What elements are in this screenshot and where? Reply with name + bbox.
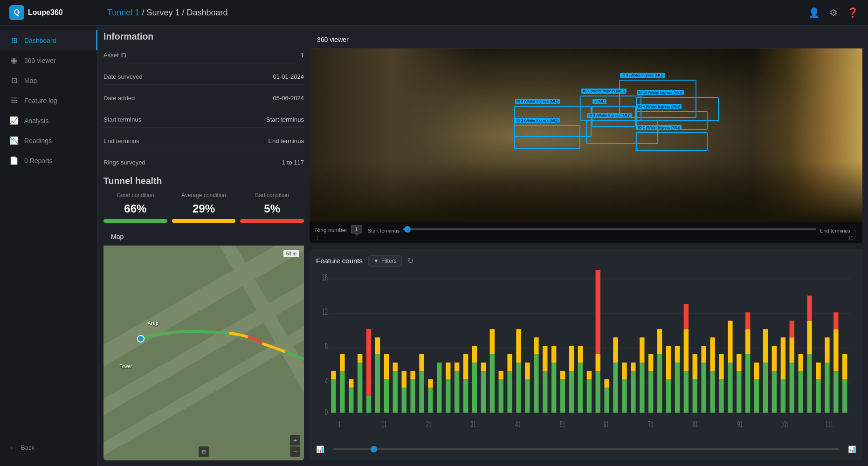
sidebar-item-map[interactable]: ⊡ Map [0, 70, 97, 90]
info-label-end: End terminus [103, 137, 139, 144]
info-row-rings: Rings surveyed 1 to 117 [103, 155, 304, 170]
svg-rect-98 [657, 329, 662, 354]
svg-rect-126 [772, 346, 777, 371]
filter-icon: ▼ [373, 258, 379, 264]
svg-rect-117 [737, 354, 741, 371]
svg-text:11: 11 [381, 420, 386, 429]
svg-rect-125 [772, 370, 777, 412]
header-icons: 👤 ⚙ ❓ [808, 7, 859, 18]
settings-icon[interactable]: ⚙ [829, 7, 838, 18]
svg-rect-129 [790, 362, 794, 412]
viewer360-panel: 360 viewer ID 8 (Water Ingress (ML)) [310, 31, 862, 243]
svg-rect-62 [507, 370, 512, 412]
svg-rect-109 [701, 346, 706, 363]
chart-slider-thumb[interactable] [371, 446, 377, 452]
sidebar-label-360viewer: 360 viewer [24, 57, 56, 64]
sidebar-item-dashboard[interactable]: ⊞ Dashboard [0, 30, 97, 50]
svg-text:16: 16 [322, 272, 328, 282]
sidebar-item-featurelog[interactable]: ☰ Feature log [0, 90, 97, 110]
health-grid: Good condition 66% Average condition 29%… [103, 192, 304, 223]
sidebar-item-360viewer[interactable]: ◉ 360 viewer [0, 50, 97, 70]
info-title: Information [103, 31, 304, 42]
start-terminus-label: Start terminus [368, 228, 400, 233]
svg-rect-57 [481, 362, 486, 370]
svg-rect-86 [604, 379, 609, 387]
sidebar-item-analysis[interactable]: 📈 Analysis [0, 110, 97, 130]
svg-rect-113 [719, 354, 723, 379]
svg-rect-26 [340, 354, 344, 371]
breadcrumb-tunnel[interactable]: Tunnel 1 [107, 8, 139, 17]
svg-rect-88 [613, 337, 618, 363]
svg-rect-120 [745, 312, 750, 329]
info-value-asset: 1 [301, 52, 304, 59]
tunnel-health-panel: Tunnel health Good condition 66% Average… [103, 176, 304, 223]
info-row-asset: Asset ID 1 [103, 48, 304, 63]
back-button[interactable]: ← Back [0, 439, 97, 457]
svg-rect-102 [675, 346, 680, 363]
breadcrumb-sep2: / [182, 8, 186, 17]
svg-rect-104 [684, 329, 689, 371]
detection-box-1: ID 1 (Water Ingress (ML)) [636, 132, 708, 151]
svg-rect-60 [499, 379, 503, 412]
svg-rect-25 [340, 370, 344, 412]
chart-slider-right-icon: 📊 [848, 445, 856, 453]
svg-rect-65 [516, 329, 521, 363]
svg-rect-36 [384, 354, 389, 379]
svg-rect-42 [410, 370, 415, 379]
svg-text:71: 71 [648, 420, 653, 429]
info-label-date-surveyed: Date surveyed [103, 73, 143, 80]
svg-rect-78 [578, 362, 583, 412]
map-content: 50 m Arup Tower [103, 246, 304, 460]
detection-label-15: ID 15 (Water Ingress (ML)) [637, 90, 684, 95]
svg-rect-76 [569, 370, 574, 412]
help-icon[interactable]: ❓ [847, 7, 859, 18]
filters-button[interactable]: ▼ Filters [368, 255, 402, 267]
svg-text:31: 31 [471, 420, 476, 429]
svg-rect-33 [375, 354, 380, 413]
detection-box-2: ID 2 (Water Ingress (ML)) [514, 125, 580, 149]
svg-rect-90 [622, 362, 627, 379]
svg-rect-31 [366, 396, 371, 412]
svg-rect-83 [596, 354, 600, 371]
svg-text:0: 0 [325, 406, 328, 417]
map-zoom-out[interactable]: − [290, 446, 300, 457]
map-zoom-in[interactable]: + [290, 435, 300, 445]
svg-rect-71 [543, 346, 547, 371]
user-icon[interactable]: 👤 [808, 7, 820, 18]
svg-rect-59 [490, 329, 495, 354]
dashboard-icon: ⊞ [9, 36, 19, 45]
ring-slider-row: Ring number 1 Start terminus End terminu… [315, 225, 857, 233]
svg-point-0 [138, 336, 144, 342]
viewer360-title: 360 viewer [317, 36, 349, 43]
svg-rect-135 [807, 321, 812, 354]
filters-label: Filters [381, 258, 397, 264]
svg-rect-143 [834, 312, 838, 329]
svg-rect-97 [657, 354, 662, 413]
sidebar-item-readings[interactable]: 📉 Readings [0, 130, 97, 151]
svg-text:21: 21 [426, 420, 431, 429]
svg-rect-106 [693, 379, 697, 412]
app-logo-icon: Q [9, 5, 24, 20]
ring-slider-thumb[interactable] [404, 226, 411, 233]
refresh-button[interactable]: ↻ [407, 256, 413, 265]
health-avg-value: 29% [172, 202, 236, 215]
reports-icon: 📄 [9, 156, 19, 165]
sidebar: ⊞ Dashboard ◉ 360 viewer ⊡ Map ☰ Feature… [0, 26, 98, 466]
svg-rect-49 [446, 362, 450, 379]
sidebar-label-dashboard: Dashboard [24, 37, 56, 44]
svg-text:8: 8 [325, 341, 328, 351]
svg-rect-46 [428, 379, 433, 387]
feature-chart-svg: 16 12 8 4 0 1 11 21 31 41 [316, 270, 856, 443]
svg-rect-118 [745, 354, 750, 413]
svg-rect-134 [807, 354, 812, 413]
ring-slider-track[interactable] [403, 228, 816, 230]
info-value-date-surveyed: 01-01-2024 [273, 73, 304, 80]
sidebar-item-reports[interactable]: 📄 0 Reports [0, 151, 97, 171]
svg-rect-47 [437, 362, 441, 412]
sidebar-label-analysis: Analysis [24, 117, 48, 124]
chart-slider-track[interactable] [333, 448, 839, 450]
svg-rect-41 [410, 379, 415, 412]
svg-rect-28 [349, 379, 353, 387]
map-layers-icon[interactable]: ⊞ [199, 446, 209, 457]
sidebar-label-readings: Readings [24, 137, 52, 144]
